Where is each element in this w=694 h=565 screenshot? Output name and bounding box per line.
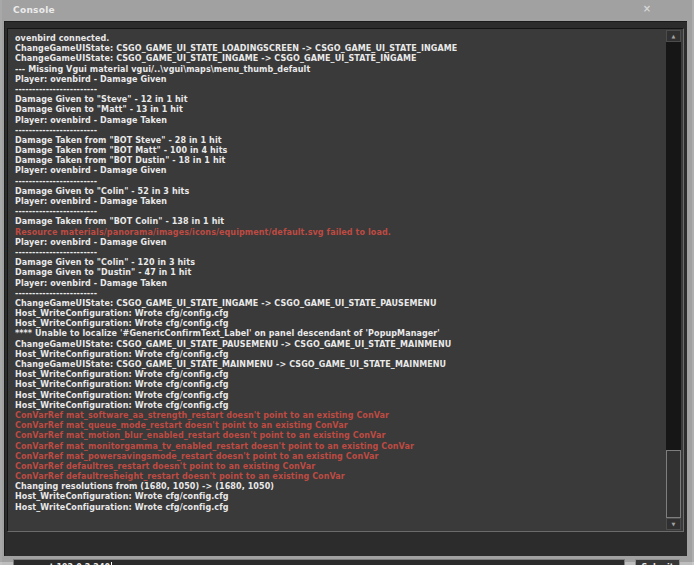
console-line: Damage Taken from "BOT Matt" - 100 in 4 … — [15, 146, 663, 156]
command-input[interactable]: connect 192.0.2.240 — [13, 559, 625, 565]
scrollbar-track[interactable] — [666, 42, 681, 518]
console-line: ChangeGameUIState: CSGO_GAME_UI_STATE_MA… — [15, 360, 663, 370]
console-line: ConVarRef mat_software_aa_strength_resta… — [15, 411, 663, 421]
console-line: Host_WriteConfiguration: Wrote cfg/confi… — [15, 391, 663, 401]
console-log[interactable]: ovenbird connected.ChangeGameUIState: CS… — [15, 34, 663, 529]
console-line: --- Missing Vgui material vgui/..\vgui\m… — [15, 65, 663, 75]
console-line: Host_WriteConfiguration: Wrote cfg/confi… — [15, 309, 663, 319]
scroll-down-button[interactable]: ▼ — [666, 518, 681, 530]
console-line: Damage Taken from "BOT Colin" - 138 in 1… — [15, 217, 663, 227]
console-panel: ovenbird connected.ChangeGameUIState: CS… — [4, 21, 687, 556]
console-line: ConVarRef mat_queue_mode_restart doesn't… — [15, 421, 663, 431]
console-line: ------------------------ — [15, 85, 663, 95]
console-line: **** Unable to localize '#GenericConfirm… — [15, 329, 663, 339]
scroll-up-icon: ▲ — [672, 33, 676, 39]
console-line: Changing resolutions from (1680, 1050) -… — [15, 482, 663, 492]
console-line: Damage Given to "Matt" - 13 in 1 hit — [15, 105, 663, 115]
console-line: ------------------------ — [15, 177, 663, 187]
console-line: Host_WriteConfiguration: Wrote cfg/confi… — [15, 370, 663, 380]
console-output-box: ovenbird connected.ChangeGameUIState: CS… — [7, 28, 684, 532]
close-icon[interactable]: × — [641, 3, 653, 15]
console-line: Host_WriteConfiguration: Wrote cfg/confi… — [15, 380, 663, 390]
console-line: ChangeGameUIState: CSGO_GAME_UI_STATE_IN… — [15, 299, 663, 309]
titlebar[interactable]: Console × — [0, 0, 694, 21]
console-line: ovenbird connected. — [15, 34, 663, 44]
console-line: ChangeGameUIState: CSGO_GAME_UI_STATE_PA… — [15, 340, 663, 350]
submit-button[interactable]: Submit — [635, 559, 680, 565]
console-line: Host_WriteConfiguration: Wrote cfg/confi… — [15, 319, 663, 329]
scroll-up-button[interactable]: ▲ — [666, 30, 681, 42]
console-line: Damage Given to "Colin" - 120 in 3 hits — [15, 258, 663, 268]
console-line: ------------------------ — [15, 207, 663, 217]
console-line: Damage Given to "Colin" - 52 in 3 hits — [15, 187, 663, 197]
console-window: Console × ovenbird connected.ChangeGameU… — [0, 0, 694, 565]
console-line: ConVarRef defaultres_restart doesn't poi… — [15, 462, 663, 472]
console-line: Player: ovenbird - Damage Taken — [15, 279, 663, 289]
console-line: Host_WriteConfiguration: Wrote cfg/confi… — [15, 492, 663, 502]
console-line: Damage Given to "Dustin" - 47 in 1 hit — [15, 268, 663, 278]
console-line: Player: ovenbird - Damage Taken — [15, 116, 663, 126]
console-line: Host_WriteConfiguration: Wrote cfg/confi… — [15, 401, 663, 411]
console-line: ------------------------ — [15, 126, 663, 136]
console-line: ConVarRef mat_motion_blur_enabled_restar… — [15, 431, 663, 441]
console-line: Resource materials/panorama/images/icons… — [15, 228, 663, 238]
console-line: ConVarRef mat_monitorgamma_tv_enabled_re… — [15, 442, 663, 452]
console-line: Host_WriteConfiguration: Wrote cfg/confi… — [15, 350, 663, 360]
console-line: Damage Given to "Steve" - 12 in 1 hit — [15, 95, 663, 105]
scrollbar-thumb[interactable] — [666, 450, 681, 518]
console-line: ConVarRef mat_powersavingsmode_restart d… — [15, 452, 663, 462]
console-line: Player: ovenbird - Damage Taken — [15, 197, 663, 207]
console-line: ------------------------ — [15, 248, 663, 258]
console-line: ChangeGameUIState: CSGO_GAME_UI_STATE_IN… — [15, 54, 663, 64]
window-title: Console — [13, 5, 55, 15]
console-line: ConVarRef defaultresheight_restart doesn… — [15, 472, 663, 482]
scroll-down-icon: ▼ — [672, 521, 676, 527]
console-line: Player: ovenbird - Damage Given — [15, 166, 663, 176]
console-line: ------------------------ — [15, 289, 663, 299]
console-line: Damage Taken from "BOT Dustin" - 18 in 1… — [15, 156, 663, 166]
console-line: Host_WriteConfiguration: Wrote cfg/confi… — [15, 503, 663, 513]
console-line: Player: ovenbird - Damage Given — [15, 238, 663, 248]
console-line: Player: ovenbird - Damage Given — [15, 75, 663, 85]
console-line: Damage Taken from "BOT Steve" - 28 in 1 … — [15, 136, 663, 146]
console-scrollbar[interactable]: ▲ ▼ — [666, 30, 681, 530]
console-line: ChangeGameUIState: CSGO_GAME_UI_STATE_LO… — [15, 44, 663, 54]
